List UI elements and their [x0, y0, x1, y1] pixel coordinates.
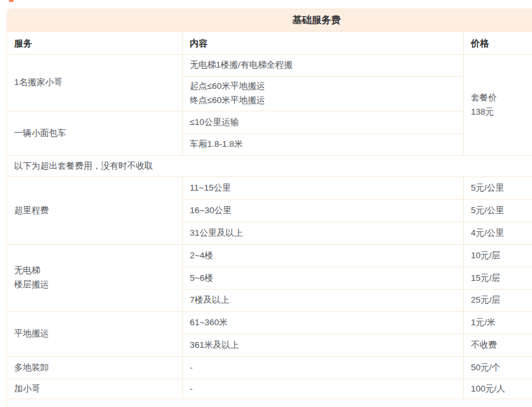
price-cell: 不收费	[464, 334, 532, 356]
content-cell: 无电梯1楼搬/有电梯全程搬	[183, 54, 464, 76]
service-cell-flat-carry: 平地搬运	[7, 311, 183, 356]
price-cell: 1元/米	[464, 311, 532, 334]
pricing-grid: 服务 内容 价格 1名搬家小哥 无电梯1楼搬/有电梯全程搬 套餐价 138元 起…	[6, 32, 532, 407]
page: 基础服务费 服务 内容 价格 1名搬家小哥 无电梯1楼搬/有电梯全程搬 套餐价 …	[0, 0, 532, 407]
column-header-row: 服务 内容 价格	[7, 32, 532, 54]
table-row: 无电梯 楼层搬运 2~4楼 10元/层	[7, 244, 532, 267]
pricing-table: 基础服务费 服务 内容 价格 1名搬家小哥 无电梯1楼搬/有电梯全程搬 套餐价 …	[6, 8, 532, 407]
service-cell-van: 一辆小面包车	[7, 111, 183, 155]
col-header-service: 服务	[7, 32, 183, 54]
table-title: 基础服务费	[293, 14, 341, 26]
table-row: 一辆小面包车 ≤10公里运输	[7, 111, 532, 133]
content-cell: -	[183, 356, 464, 379]
content-cell: 16~30公里	[183, 199, 464, 222]
content-cell: 5~6楼	[183, 267, 464, 289]
clipped-empty-cell	[7, 399, 532, 407]
col-header-price: 价格	[464, 32, 532, 54]
clipped-row	[7, 399, 532, 407]
content-cell: 61~360米	[183, 311, 464, 334]
content-cell: 11~15公里	[183, 176, 464, 199]
content-cell: 车厢1.8-1.8米	[183, 133, 464, 155]
content-cell: 361米及以上	[183, 334, 464, 356]
service-cell-mileage: 超里程费	[7, 176, 183, 244]
service-cell-mover: 1名搬家小哥	[7, 54, 183, 111]
top-left-clipped-mark	[9, 0, 14, 2]
price-cell: 5元/公里	[464, 176, 532, 199]
price-cell: 5元/公里	[464, 199, 532, 222]
content-cell: 31公里及以上	[183, 222, 464, 244]
table-row: 平地搬运 61~360米 1元/米	[7, 311, 532, 334]
table-row: 1名搬家小哥 无电梯1楼搬/有电梯全程搬 套餐价 138元	[7, 54, 532, 76]
service-cell-floors: 无电梯 楼层搬运	[7, 244, 183, 311]
content-cell: ≤10公里运输	[183, 111, 464, 133]
content-cell: 7楼及以上	[183, 289, 464, 311]
price-cell: 100元/人	[464, 379, 532, 399]
package-price-cell: 套餐价 138元	[464, 54, 532, 155]
price-cell: 25元/层	[464, 289, 532, 311]
price-cell: 10元/层	[464, 244, 532, 267]
price-cell: 50元/个	[464, 356, 532, 379]
notice-row: 以下为超出套餐费用，没有时不收取	[7, 155, 532, 176]
price-cell: 15元/层	[464, 267, 532, 289]
content-cell: -	[183, 379, 464, 399]
price-cell: 4元/公里	[464, 222, 532, 244]
table-row: 多地装卸 - 50元/个	[7, 356, 532, 379]
service-cell-multistop: 多地装卸	[7, 356, 183, 379]
extra-fees-notice: 以下为超出套餐费用，没有时不收取	[7, 155, 532, 176]
col-header-content: 内容	[183, 32, 464, 54]
content-cell: 2~4楼	[183, 244, 464, 267]
table-row: 加小哥 - 100元/人	[7, 379, 532, 399]
service-cell-extra-worker: 加小哥	[7, 379, 183, 399]
content-cell: 起点≤60米平地搬运 终点≤60米平地搬运	[183, 76, 464, 111]
table-title-bar: 基础服务费	[6, 8, 532, 32]
table-row: 超里程费 11~15公里 5元/公里	[7, 176, 532, 199]
